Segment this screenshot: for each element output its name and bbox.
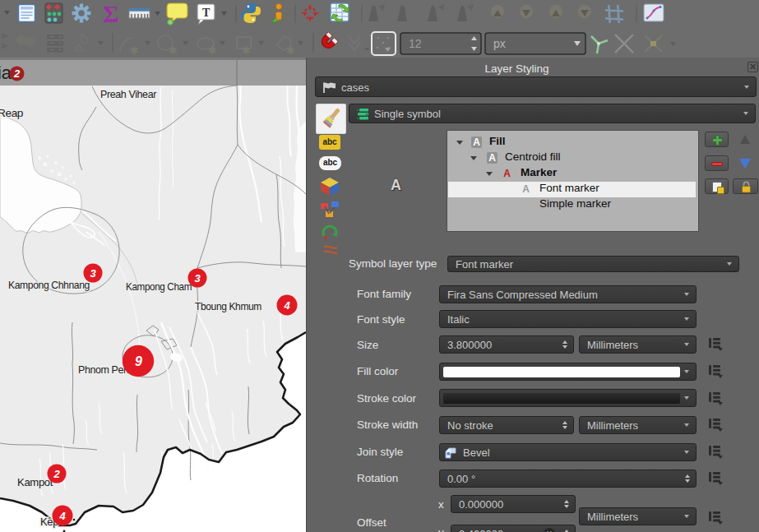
svg-text:12: 12 bbox=[409, 37, 422, 50]
svg-text:9: 9 bbox=[135, 354, 142, 368]
svg-text:✱: ✱ bbox=[242, 44, 251, 57]
svg-text:2: 2 bbox=[53, 468, 60, 480]
svg-text:3: 3 bbox=[90, 267, 96, 280]
svg-text:4: 4 bbox=[283, 299, 290, 312]
svg-text:Kampong Chhnang: Kampong Chhnang bbox=[8, 279, 90, 291]
svg-text:Reap: Reap bbox=[0, 107, 23, 119]
svg-text:Kampot: Kampot bbox=[17, 476, 53, 488]
svg-text:Σ: Σ bbox=[103, 0, 119, 27]
svg-text:Preah Vihear: Preah Vihear bbox=[100, 88, 157, 100]
svg-text:✱: ✱ bbox=[208, 44, 217, 57]
svg-text:2: 2 bbox=[13, 67, 21, 80]
svg-text:px: px bbox=[493, 37, 506, 50]
svg-text:✱: ✱ bbox=[286, 44, 295, 57]
svg-text:3: 3 bbox=[194, 272, 201, 285]
svg-text:Tboung Khmum: Tboung Khmum bbox=[195, 300, 261, 312]
svg-text:✱: ✱ bbox=[130, 44, 139, 57]
svg-text:4: 4 bbox=[58, 510, 66, 522]
svg-text:✱: ✱ bbox=[169, 44, 178, 57]
svg-text:T: T bbox=[202, 7, 211, 19]
svg-text:Kampong Cham: Kampong Cham bbox=[126, 280, 192, 293]
